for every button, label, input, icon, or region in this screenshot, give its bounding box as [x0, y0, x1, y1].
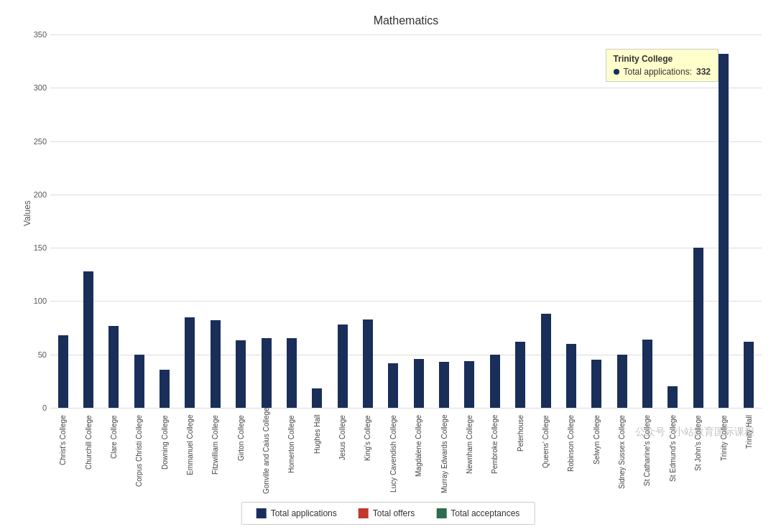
- bar-group: [660, 386, 685, 408]
- x-label-item: Pembroke College: [482, 415, 507, 494]
- x-label-item: Murray Edwards College: [431, 415, 456, 494]
- chart-title: Mathematics: [50, 14, 762, 27]
- bar-group: [126, 355, 152, 408]
- x-label-item: Christ's College: [50, 415, 75, 494]
- bar-applications: [515, 342, 525, 408]
- bar-group: [75, 271, 101, 408]
- bar-group: [482, 355, 507, 408]
- bar-applications: [262, 338, 272, 408]
- bar-group: [584, 360, 609, 408]
- legend-label: Total acceptances: [451, 508, 519, 518]
- x-label-item: Lucy Cavendish College: [381, 415, 406, 494]
- y-tick-label: 300: [34, 83, 47, 92]
- bar-applications: [464, 361, 474, 408]
- bar-applications: [287, 338, 297, 408]
- x-label-text: Peterhouse: [517, 415, 525, 494]
- bar-applications: [312, 388, 322, 408]
- y-tick-label: 100: [34, 297, 47, 305]
- x-label-text: Clare College: [110, 415, 118, 494]
- y-tick-label: 350: [34, 30, 47, 39]
- x-label-text: Lucy Cavendish College: [389, 415, 397, 494]
- bar-applications: [642, 340, 652, 408]
- x-label-item: Robinson College: [558, 415, 583, 494]
- x-label-item: Hughes Hall: [305, 415, 330, 494]
- tooltip-dot: [614, 69, 619, 75]
- x-label-text: Selwyn College: [593, 415, 601, 494]
- bar-group: [381, 363, 406, 408]
- chart-legend: Total applicationsTotal offersTotal acce…: [241, 502, 535, 525]
- bar-group: [330, 325, 355, 408]
- legend-item: Total acceptances: [436, 508, 519, 518]
- legend-label: Total offers: [373, 508, 415, 518]
- bar-group: [228, 340, 254, 408]
- bar-applications: [490, 355, 500, 408]
- bar-group: [177, 317, 203, 408]
- bar-applications: [744, 342, 754, 408]
- bar-applications: [83, 271, 93, 408]
- bar-group: [406, 359, 431, 408]
- bar-applications: [541, 314, 551, 408]
- bar-applications: [58, 335, 68, 408]
- x-label-text: Gonville and Caius College: [262, 415, 270, 494]
- bar-applications: [363, 319, 373, 408]
- x-label-text: Emmanuel College: [186, 415, 194, 494]
- bar-group: [279, 338, 304, 408]
- bar-group: [50, 335, 75, 408]
- legend-color-box: [436, 508, 446, 518]
- bar-applications: [439, 362, 449, 408]
- x-label-text: Corpus Christi College: [135, 415, 143, 494]
- bars-container: [50, 34, 762, 408]
- y-axis-label: Values: [22, 200, 32, 226]
- bar-applications: [236, 340, 246, 408]
- x-label-text: Queens' College: [542, 415, 550, 494]
- legend-item: Total applications: [257, 508, 337, 518]
- legend-color-box: [359, 508, 369, 518]
- x-label-item: Gonville and Caius College: [254, 415, 279, 494]
- x-label-item: Newnham College: [457, 415, 482, 494]
- bar-group: [457, 361, 482, 408]
- x-label-item: Selwyn College: [584, 415, 609, 494]
- x-label-item: Girton College: [228, 415, 254, 494]
- x-label-item: King's College: [355, 415, 380, 494]
- x-label-item: Churchill College: [75, 415, 101, 494]
- bar-applications: [108, 326, 119, 408]
- x-label-text: Murray Edwards College: [440, 415, 448, 494]
- bar-group: [558, 344, 583, 408]
- x-label-text: Homerton College: [287, 415, 295, 494]
- bar-applications: [591, 360, 601, 408]
- bar-applications: [160, 370, 170, 408]
- x-label-item: Homerton College: [279, 415, 304, 494]
- legend-item: Total offers: [359, 508, 415, 518]
- x-label-item: Magdalene College: [406, 415, 431, 494]
- x-label-text: Downing College: [161, 415, 169, 494]
- bar-applications: [566, 344, 576, 408]
- bar-group: [152, 370, 177, 408]
- bar-applications: [134, 355, 144, 408]
- bar-applications: [719, 54, 729, 408]
- grid-and-bars: 050100150200250300350Christ's CollegeChu…: [50, 34, 762, 408]
- x-label-item: Emmanuel College: [177, 415, 203, 494]
- bar-group: [431, 362, 456, 408]
- tooltip-college: Trinity College: [614, 54, 711, 64]
- y-tick-label: 250: [34, 137, 47, 146]
- bar-applications: [211, 320, 221, 408]
- x-label-text: Churchill College: [85, 415, 93, 494]
- bar-group: [254, 338, 279, 408]
- bar-group: [355, 319, 380, 408]
- x-label-item: Peterhouse: [507, 415, 532, 494]
- y-tick-label: 0: [42, 403, 47, 412]
- bar-group: [609, 355, 634, 408]
- chart-area: Values 050100150200250300350Christ's Col…: [50, 34, 762, 408]
- x-label-item: Sidney Sussex College: [609, 415, 634, 494]
- x-label-text: Newnham College: [466, 415, 474, 494]
- chart-container: Mathematics Values 050100150200250300350…: [0, 0, 776, 532]
- x-label-text: Magdalene College: [415, 415, 422, 494]
- bar-applications: [414, 359, 424, 408]
- x-label-item: Downing College: [152, 415, 177, 494]
- bar-group: [736, 342, 762, 408]
- bar-group: [101, 326, 126, 408]
- x-label-text: Hughes Hall: [313, 415, 321, 494]
- bar-group: [203, 320, 228, 408]
- x-label-text: Girton College: [237, 415, 245, 494]
- grid-line: [50, 408, 762, 409]
